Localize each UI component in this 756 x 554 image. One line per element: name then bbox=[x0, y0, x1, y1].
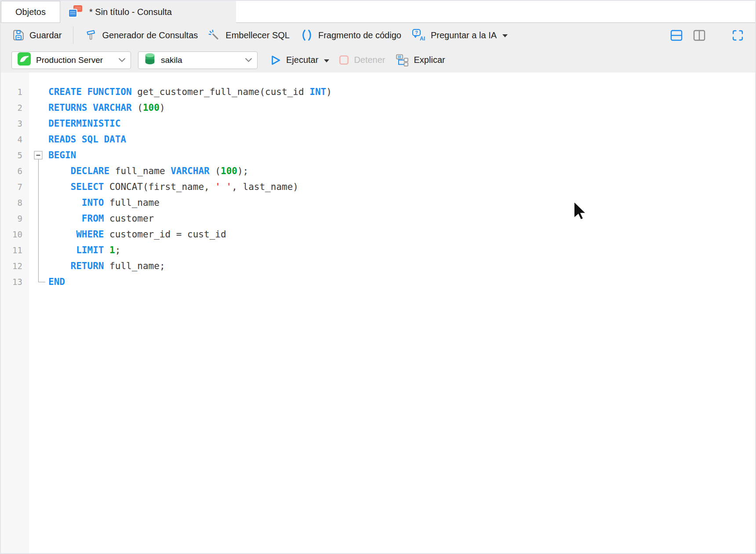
code-line[interactable]: 10 WHERE customer_id = cust_id bbox=[1, 226, 755, 242]
fullscreen-icon bbox=[732, 29, 744, 41]
code-line[interactable]: 11 LIMIT 1; bbox=[1, 242, 755, 258]
chevron-down-icon bbox=[245, 58, 252, 62]
save-label: Guardar bbox=[29, 30, 62, 40]
tab-bar-filler bbox=[236, 1, 755, 23]
query-builder-button[interactable]: Generador de Consultas bbox=[85, 29, 198, 41]
explain-plan-icon bbox=[395, 54, 409, 67]
code-line[interactable]: 1CREATE FUNCTION get_customer_full_name(… bbox=[1, 84, 755, 100]
split-horizontal-icon bbox=[670, 29, 683, 41]
fold-rail bbox=[29, 258, 47, 274]
code-line[interactable]: 8 INTO full_name bbox=[1, 195, 755, 211]
svg-text:AI: AI bbox=[420, 36, 425, 42]
code-line[interactable]: 7 SELECT CONCAT(first_name, ' ', last_na… bbox=[1, 179, 755, 195]
code-text: BEGIN bbox=[47, 147, 76, 163]
ask-ai-button[interactable]: ? AI Preguntar a la IA bbox=[412, 29, 508, 42]
connection-bar: Production Server sakila bbox=[1, 47, 755, 73]
app-window: Objetos * Sin título - Consulta bbox=[0, 0, 756, 554]
chevron-down-icon bbox=[119, 58, 125, 62]
query-document-icon bbox=[68, 5, 83, 19]
line-number: 9 bbox=[1, 211, 29, 226]
fold-rail bbox=[29, 274, 47, 290]
run-button[interactable]: Ejecutar bbox=[271, 55, 329, 66]
fold-rail bbox=[29, 163, 47, 179]
ask-ai-icon: ? AI bbox=[412, 29, 426, 42]
fold-rail bbox=[29, 84, 47, 100]
code-text: FROM customer bbox=[47, 211, 154, 226]
fold-rail bbox=[29, 226, 47, 242]
code-text: RETURNS VARCHAR (100) bbox=[47, 100, 165, 116]
tab-query-label: * Sin título - Consulta bbox=[89, 7, 172, 17]
code-text: DETERMINISTIC bbox=[47, 116, 120, 131]
line-number: 8 bbox=[1, 195, 29, 211]
fullscreen-button[interactable] bbox=[732, 29, 744, 41]
fold-rail bbox=[29, 100, 47, 116]
line-number: 1 bbox=[1, 84, 29, 100]
split-vertical-button[interactable] bbox=[693, 29, 705, 41]
database-name: sakila bbox=[161, 55, 182, 65]
code-text: SELECT CONCAT(first_name, ' ', last_name… bbox=[47, 179, 298, 195]
code-line[interactable]: 2RETURNS VARCHAR (100) bbox=[1, 100, 755, 116]
code-line[interactable]: 5BEGIN bbox=[1, 147, 755, 163]
save-icon bbox=[12, 29, 25, 41]
toolbar-separator bbox=[73, 26, 73, 44]
fold-rail bbox=[29, 242, 47, 258]
code-line[interactable]: 4READS SQL DATA bbox=[1, 131, 755, 147]
view-controls bbox=[670, 29, 744, 41]
line-number: 6 bbox=[1, 163, 29, 179]
stop-button[interactable]: Detener bbox=[339, 55, 385, 65]
code-snippet-button[interactable]: Fragmento de código bbox=[300, 29, 401, 42]
code-line[interactable]: 6 DECLARE full_name VARCHAR (100); bbox=[1, 163, 755, 179]
parentheses-icon bbox=[300, 29, 313, 42]
fold-toggle-icon[interactable] bbox=[29, 147, 47, 163]
database-select[interactable]: sakila bbox=[138, 51, 258, 69]
code-text: END bbox=[47, 274, 65, 290]
code-text: CREATE FUNCTION get_customer_full_name(c… bbox=[47, 84, 332, 100]
split-vertical-icon bbox=[693, 29, 705, 41]
code-line[interactable]: 3DETERMINISTIC bbox=[1, 116, 755, 131]
main-toolbar: Guardar Generador de Consultas bbox=[1, 23, 755, 47]
code-snippet-label: Fragmento de código bbox=[318, 30, 401, 40]
fold-rail bbox=[29, 116, 47, 131]
tab-query[interactable]: * Sin título - Consulta bbox=[60, 1, 236, 23]
code-line[interactable]: 12 RETURN full_name; bbox=[1, 258, 755, 274]
save-button[interactable]: Guardar bbox=[12, 29, 62, 41]
line-number: 3 bbox=[1, 116, 29, 131]
hammer-icon bbox=[85, 29, 97, 41]
magic-wand-icon bbox=[208, 29, 221, 41]
line-number: 5 bbox=[1, 147, 29, 163]
editor-lines: 1CREATE FUNCTION get_customer_full_name(… bbox=[1, 73, 755, 290]
database-icon bbox=[144, 52, 156, 68]
connection-select[interactable]: Production Server bbox=[11, 51, 131, 69]
tab-objects[interactable]: Objetos bbox=[1, 1, 60, 23]
split-horizontal-button[interactable] bbox=[670, 29, 683, 41]
tab-bar: Objetos * Sin título - Consulta bbox=[1, 1, 755, 23]
fold-rail bbox=[29, 211, 47, 226]
code-line[interactable]: 13END bbox=[1, 274, 755, 290]
code-line[interactable]: 9 FROM customer bbox=[1, 211, 755, 226]
fold-rail bbox=[29, 131, 47, 147]
code-text: INTO full_name bbox=[47, 195, 160, 211]
explain-button[interactable]: Explicar bbox=[395, 54, 445, 67]
line-number: 10 bbox=[1, 226, 29, 242]
explain-label: Explicar bbox=[414, 55, 445, 65]
run-label: Ejecutar bbox=[286, 55, 318, 65]
code-text: WHERE customer_id = cust_id bbox=[47, 226, 226, 242]
beautify-sql-button[interactable]: Embellecer SQL bbox=[208, 29, 290, 41]
svg-text:?: ? bbox=[415, 30, 418, 35]
code-text: READS SQL DATA bbox=[47, 131, 126, 147]
beautify-sql-label: Embellecer SQL bbox=[225, 30, 290, 40]
fold-rail bbox=[29, 179, 47, 195]
sql-editor[interactable]: 1CREATE FUNCTION get_customer_full_name(… bbox=[1, 73, 755, 553]
run-controls: Ejecutar Detener bbox=[271, 54, 445, 67]
stop-icon bbox=[339, 55, 349, 65]
tab-objects-label: Objetos bbox=[15, 7, 46, 17]
line-number: 2 bbox=[1, 100, 29, 116]
play-icon bbox=[271, 55, 281, 66]
connection-name: Production Server bbox=[36, 55, 103, 65]
code-text: RETURN full_name; bbox=[47, 258, 165, 274]
line-number: 11 bbox=[1, 242, 29, 258]
line-number: 12 bbox=[1, 258, 29, 274]
chevron-down-icon bbox=[502, 34, 508, 37]
code-text: LIMIT 1; bbox=[47, 242, 120, 258]
chevron-down-icon bbox=[324, 59, 329, 62]
